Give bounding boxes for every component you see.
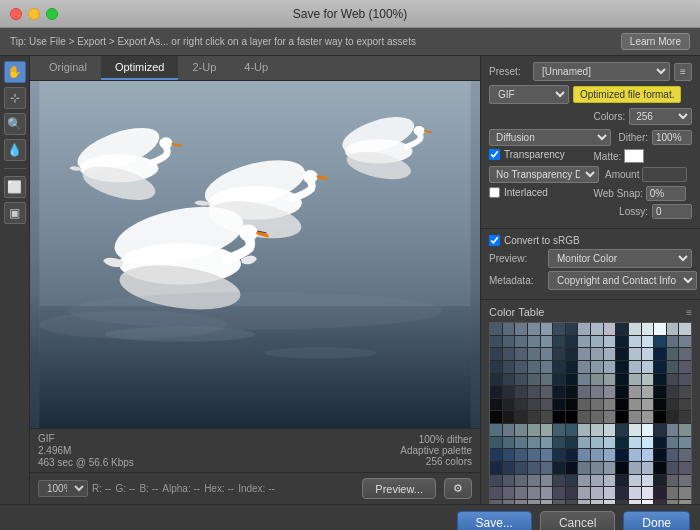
color-cell[interactable] [604,424,616,436]
color-cell[interactable] [503,449,515,461]
color-cell[interactable] [679,348,691,360]
color-cell[interactable] [515,374,527,386]
color-cell[interactable] [616,475,628,487]
cancel-button[interactable]: Cancel [540,511,615,530]
color-cell[interactable] [654,411,666,423]
color-cell[interactable] [629,437,641,449]
color-cell[interactable] [679,323,691,335]
color-cell[interactable] [654,361,666,373]
color-cell[interactable] [591,449,603,461]
color-cell[interactable] [591,487,603,499]
color-cell[interactable] [541,500,553,504]
color-cell[interactable] [503,500,515,504]
color-cell[interactable] [616,361,628,373]
color-cell[interactable] [515,449,527,461]
color-cell[interactable] [553,500,565,504]
color-cell[interactable] [528,323,540,335]
color-cell[interactable] [503,437,515,449]
color-cell[interactable] [679,386,691,398]
color-cell[interactable] [642,500,654,504]
color-cell[interactable] [604,348,616,360]
color-cell[interactable] [642,437,654,449]
matte-swatch[interactable] [624,149,644,163]
color-cell[interactable] [654,348,666,360]
color-cell[interactable] [503,323,515,335]
transparency-dither-select[interactable]: No Transparency Dit... [489,166,599,183]
color-cell[interactable] [578,374,590,386]
color-cell[interactable] [642,449,654,461]
color-cell[interactable] [616,323,628,335]
color-cell[interactable] [578,348,590,360]
color-cell[interactable] [591,348,603,360]
color-cell[interactable] [553,411,565,423]
settings-button[interactable]: ⚙ [444,478,472,499]
color-table-menu[interactable]: ≡ [686,307,692,318]
dither-input[interactable] [652,130,692,145]
minimize-button[interactable] [28,8,40,20]
color-cell[interactable] [541,487,553,499]
dither-type-select[interactable]: Diffusion Pattern Noise [489,129,611,146]
color-cell[interactable] [679,487,691,499]
color-cell[interactable] [566,449,578,461]
preview-select[interactable]: Monitor Color [548,249,692,268]
color-cell[interactable] [566,336,578,348]
metadata-select[interactable]: Copyright and Contact Info [548,271,697,290]
color-cell[interactable] [541,475,553,487]
color-cell[interactable] [629,487,641,499]
color-cell[interactable] [679,449,691,461]
color-cell[interactable] [578,323,590,335]
color-cell[interactable] [667,449,679,461]
color-cell[interactable] [591,475,603,487]
color-cell[interactable] [503,475,515,487]
color-cell[interactable] [629,449,641,461]
color-cell[interactable] [616,500,628,504]
color-cell[interactable] [654,500,666,504]
color-cell[interactable] [515,475,527,487]
color-cell[interactable] [667,361,679,373]
color-cell[interactable] [654,437,666,449]
color-cell[interactable] [679,361,691,373]
srgb-checkbox[interactable] [489,235,500,246]
color-cell[interactable] [553,449,565,461]
color-cell[interactable] [541,449,553,461]
color-cell[interactable] [591,386,603,398]
color-cell[interactable] [679,475,691,487]
tab-4up[interactable]: 4-Up [230,56,282,80]
color-cell[interactable] [578,487,590,499]
color-cell[interactable] [642,361,654,373]
color-cell[interactable] [503,348,515,360]
color-cell[interactable] [604,475,616,487]
color-cell[interactable] [679,462,691,474]
color-cell[interactable] [629,500,641,504]
color-cell[interactable] [629,462,641,474]
color-cell[interactable] [616,336,628,348]
color-cell[interactable] [616,348,628,360]
color-cell[interactable] [566,399,578,411]
color-cell[interactable] [490,399,502,411]
color-cell[interactable] [578,475,590,487]
color-cell[interactable] [667,462,679,474]
color-cell[interactable] [578,424,590,436]
color-cell[interactable] [604,374,616,386]
color-cell[interactable] [629,399,641,411]
color-cell[interactable] [667,386,679,398]
color-cell[interactable] [515,437,527,449]
color-cell[interactable] [654,487,666,499]
color-cell[interactable] [629,411,641,423]
color-cell[interactable] [490,449,502,461]
color-cell[interactable] [553,386,565,398]
color-cell[interactable] [591,399,603,411]
tab-2up[interactable]: 2-Up [178,56,230,80]
color-cell[interactable] [667,475,679,487]
color-cell[interactable] [503,424,515,436]
color-cell[interactable] [642,399,654,411]
color-cell[interactable] [566,424,578,436]
color-cell[interactable] [616,437,628,449]
color-cell[interactable] [604,361,616,373]
color-cell[interactable] [578,462,590,474]
color-cell[interactable] [642,386,654,398]
color-cell[interactable] [490,386,502,398]
color-cell[interactable] [528,437,540,449]
color-cell[interactable] [541,411,553,423]
color-cell[interactable] [642,323,654,335]
